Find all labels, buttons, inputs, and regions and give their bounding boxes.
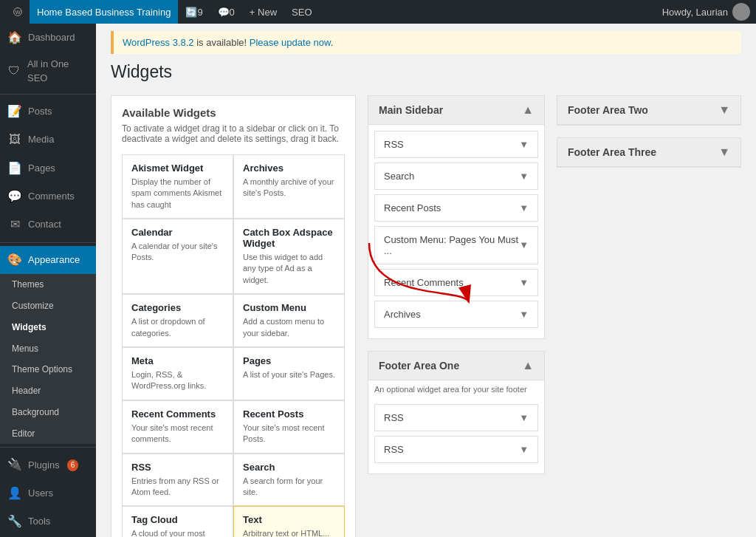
updates-item[interactable]: 🔄 9 — [178, 0, 210, 24]
sidebar-item-appearance[interactable]: 🎨 Appearance — [0, 246, 96, 274]
footer-area-three-header[interactable]: Footer Area Three ▼ — [557, 138, 740, 167]
widget-search[interactable]: Search A search form for your site. — [233, 454, 345, 507]
widget-categories-desc: A list or dropdown of categories. — [131, 316, 224, 339]
widget-rss-desc: Entries from any RSS or Atom feed. — [131, 476, 224, 499]
background-label: Background — [12, 406, 59, 419]
dashboard-label: Dashboard — [28, 31, 75, 44]
plugins-badge: 6 — [67, 459, 79, 471]
sidebar-item-posts[interactable]: 📝 Posts — [0, 98, 96, 126]
widget-custom-menu-desc: Add a custom menu to your sidebar. — [243, 316, 335, 339]
widget-archives-desc: A monthly archive of your site's Posts. — [243, 177, 335, 199]
widgets-grid: Akismet Widget Display the number of spa… — [122, 154, 345, 537]
sidebar-recent-posts-chevron: ▼ — [519, 202, 529, 213]
widget-meta[interactable]: Meta Login, RSS, & WordPress.org links. — [122, 347, 233, 400]
footer-area-two-header[interactable]: Footer Area Two ▼ — [557, 96, 740, 125]
available-widgets-title: Available Widgets — [122, 106, 345, 119]
sidebar-item-seo[interactable]: 🛡 All in One SEO — [0, 52, 96, 90]
footer-area-three-title: Footer Area Three — [568, 146, 656, 158]
footer-area-two-title: Footer Area Two — [568, 104, 648, 116]
widget-recent-posts-desc: Your site's most recent Posts. — [243, 423, 335, 445]
widget-catchbox[interactable]: Catch Box Adspace Widget Use this widget… — [233, 219, 345, 294]
users-icon: 👤 — [7, 485, 22, 502]
appearance-label: Appearance — [28, 253, 80, 267]
widget-pages[interactable]: Pages A list of your site's Pages. — [233, 347, 345, 400]
footer-area-one-header[interactable]: Footer Area One ▲ — [368, 352, 544, 380]
sidebar-item-comments[interactable]: 💬 Comments — [0, 182, 96, 211]
widget-recent-comments[interactable]: Recent Comments Your site's most recent … — [122, 400, 233, 454]
submenu-menus[interactable]: Menus — [0, 338, 96, 360]
footer-rss-1-label: RSS — [384, 412, 404, 423]
widget-akismet[interactable]: Akismet Widget Display the number of spa… — [122, 154, 233, 219]
sidebar-custom-menu-label: Custom Menu: Pages You Must ... — [384, 234, 519, 256]
seo-label: All in One SEO — [27, 58, 89, 84]
footer-rss-2-chevron: ▼ — [519, 444, 529, 455]
widget-tag-cloud[interactable]: Tag Cloud A cloud of your most used... — [122, 506, 233, 537]
widget-archives[interactable]: Archives A monthly archive of your site'… — [233, 154, 345, 219]
widget-rss[interactable]: RSS Entries from any RSS or Atom feed. — [122, 454, 233, 507]
comments-item[interactable]: 💬 0 — [210, 0, 242, 24]
main-sidebar-header[interactable]: Main Sidebar ▲ — [368, 96, 544, 125]
footer-rss-2[interactable]: RSS ▼ — [374, 436, 538, 463]
submenu-theme-options[interactable]: Theme Options — [0, 359, 96, 380]
sidebar-recent-comments-label: Recent Comments — [384, 277, 464, 288]
sidebar-item-plugins[interactable]: 🔌 Plugins 6 — [0, 451, 96, 479]
plugins-icon: 🔌 — [7, 456, 22, 473]
footer-area-one-desc: An optional widget area for your site fo… — [368, 380, 544, 398]
media-icon: 🖼 — [7, 131, 22, 148]
menu-separator-1 — [0, 94, 96, 95]
widget-categories[interactable]: Categories A list or dropdown of categor… — [122, 294, 233, 347]
sidebar-widget-rss[interactable]: RSS ▼ — [374, 131, 538, 158]
sidebar-item-tools[interactable]: 🔧 Tools — [0, 507, 96, 536]
widget-recent-posts-title: Recent Posts — [243, 408, 335, 420]
howdy-greeting[interactable]: Howdy, Laurian — [662, 3, 750, 21]
sidebar-widget-recent-comments[interactable]: Recent Comments ▼ — [374, 269, 538, 296]
dashboard-icon: 🏠 — [7, 30, 22, 46]
editor-label: Editor — [12, 428, 35, 440]
submenu-background[interactable]: Background — [0, 402, 96, 423]
main-sidebar-area: Main Sidebar ▲ RSS ▼ Search ▼ — [368, 95, 545, 339]
comments-icon: 💬 — [7, 188, 22, 205]
widget-calendar[interactable]: Calendar A calendar of your site's Posts… — [122, 219, 233, 294]
sidebar-item-media[interactable]: 🖼 Media — [0, 126, 96, 154]
sidebar-item-dashboard[interactable]: 🏠 Dashboard — [0, 24, 96, 52]
new-content-item[interactable]: + New — [242, 0, 284, 24]
sidebar-item-contact[interactable]: ✉ Contact — [0, 211, 96, 239]
submenu-header[interactable]: Header — [0, 380, 96, 402]
widget-custom-menu[interactable]: Custom Menu Add a custom menu to your si… — [233, 294, 345, 347]
comments-count: 0 — [230, 7, 235, 18]
site-name[interactable]: Home Based Business Training — [30, 0, 178, 24]
sidebar-recent-posts-label: Recent Posts — [384, 202, 441, 213]
widget-tag-cloud-title: Tag Cloud — [131, 514, 224, 525]
header-label: Header — [12, 385, 41, 397]
pages-icon: 📄 — [7, 160, 22, 177]
sidebar-widget-search[interactable]: Search ▼ — [374, 163, 538, 190]
widget-text[interactable]: Text Arbitrary text or HTML... — [233, 506, 345, 537]
sidebar-widget-recent-posts[interactable]: Recent Posts ▼ — [374, 194, 538, 222]
widget-text-title: Text — [243, 514, 335, 525]
footer-rss-1-chevron: ▼ — [519, 412, 529, 423]
sidebar-item-pages[interactable]: 📄 Pages — [0, 154, 96, 182]
submenu-editor[interactable]: Editor — [0, 423, 96, 445]
update-version-link[interactable]: WordPress 3.8.2 — [123, 37, 194, 48]
footer-rss-1[interactable]: RSS ▼ — [374, 404, 538, 431]
widget-recent-posts[interactable]: Recent Posts Your site's most recent Pos… — [233, 400, 345, 454]
submenu-themes[interactable]: Themes — [0, 274, 96, 295]
widget-meta-desc: Login, RSS, & WordPress.org links. — [131, 369, 224, 392]
footer-area-three-chevron: ▼ — [718, 146, 730, 159]
sidebar-widget-archives[interactable]: Archives ▼ — [374, 301, 538, 328]
wp-wrap: 🏠 Dashboard 🛡 All in One SEO 📝 Posts 🖼 M… — [0, 0, 756, 537]
widget-custom-menu-title: Custom Menu — [243, 302, 335, 313]
footer-area-one: Footer Area One ▲ An optional widget are… — [368, 351, 545, 474]
sidebar-widget-custom-menu[interactable]: Custom Menu: Pages You Must ... ▼ — [374, 226, 538, 264]
page-title: Widgets — [111, 61, 741, 83]
update-now-link[interactable]: Please update now — [250, 37, 331, 48]
submenu-customize[interactable]: Customize — [0, 295, 96, 317]
seo-item[interactable]: SEO — [284, 0, 319, 24]
sidebar-item-users[interactable]: 👤 Users — [0, 479, 96, 507]
posts-icon: 📝 — [7, 103, 22, 120]
media-label: Media — [28, 133, 54, 146]
wp-logo[interactable]: W — [6, 0, 30, 24]
sidebar-search-chevron: ▼ — [519, 171, 529, 182]
submenu-widgets[interactable]: Widgets — [0, 317, 96, 338]
widget-calendar-title: Calendar — [131, 227, 224, 238]
